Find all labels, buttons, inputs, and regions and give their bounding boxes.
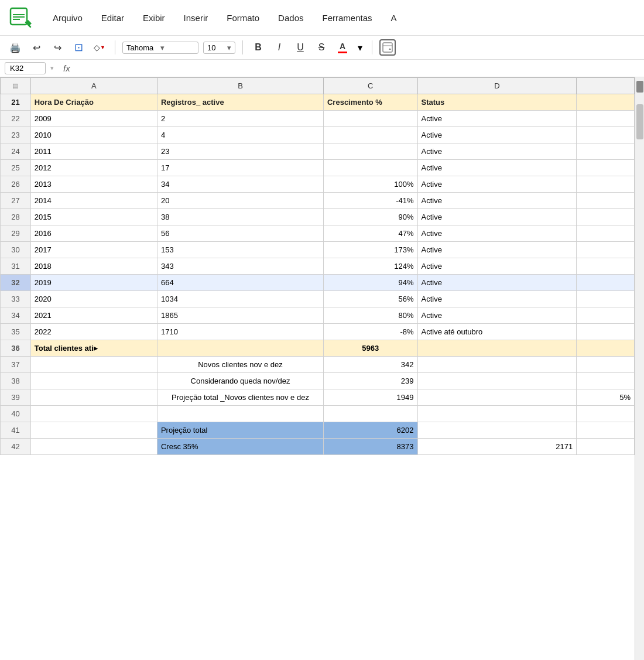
cell-b[interactable]: 2 bbox=[157, 111, 323, 127]
cell-a[interactable]: 2015 bbox=[30, 209, 157, 225]
cell-d[interactable]: Active bbox=[417, 258, 577, 275]
cell-d[interactable]: Active bbox=[417, 176, 577, 193]
cell-d[interactable] bbox=[417, 389, 577, 406]
cell-c[interactable]: 6202 bbox=[323, 422, 417, 439]
cell-a[interactable]: 2014 bbox=[30, 193, 157, 209]
col-header-e[interactable] bbox=[577, 78, 635, 94]
font-size-selector[interactable]: 10 ▾ bbox=[203, 42, 235, 54]
cell-d[interactable] bbox=[417, 373, 577, 389]
cell-a[interactable] bbox=[30, 422, 157, 439]
cell-e[interactable] bbox=[577, 94, 635, 111]
cell-e[interactable] bbox=[577, 373, 635, 389]
cell-b[interactable]: 664 bbox=[157, 275, 323, 291]
cell-e[interactable] bbox=[577, 291, 635, 307]
cell-a[interactable]: 2022 bbox=[30, 324, 157, 340]
cell-e[interactable] bbox=[577, 160, 635, 176]
cell-b[interactable]: 1034 bbox=[157, 291, 323, 307]
bold-button[interactable]: B bbox=[250, 39, 266, 56]
menu-editar[interactable]: Editar bbox=[98, 11, 128, 25]
cell-d[interactable]: Active bbox=[417, 111, 577, 127]
cell-c[interactable]: 342 bbox=[323, 357, 417, 373]
cell-e[interactable] bbox=[577, 439, 635, 455]
cell-e[interactable] bbox=[577, 258, 635, 275]
formula-input[interactable] bbox=[80, 64, 639, 73]
col-header-a[interactable]: A bbox=[30, 78, 157, 94]
cell-a[interactable]: 2020 bbox=[30, 291, 157, 307]
cell-e[interactable] bbox=[577, 357, 635, 373]
cell-e[interactable] bbox=[577, 242, 635, 258]
undo-button[interactable]: ↩ bbox=[28, 39, 44, 56]
cell-ref-dropdown[interactable]: ▾ bbox=[50, 64, 54, 72]
cell-a[interactable]: 2017 bbox=[30, 242, 157, 258]
menu-exibir[interactable]: Exibir bbox=[139, 11, 169, 25]
cell-c[interactable]: -8% bbox=[323, 324, 417, 340]
cell-d[interactable]: Active bbox=[417, 143, 577, 160]
cell-c[interactable]: 173% bbox=[323, 242, 417, 258]
cell-c[interactable] bbox=[323, 160, 417, 176]
cell-b[interactable]: 4 bbox=[157, 127, 323, 143]
cell-c[interactable]: 124% bbox=[323, 258, 417, 275]
cell-a[interactable]: 2010 bbox=[30, 127, 157, 143]
col-header-c[interactable]: C bbox=[323, 78, 417, 94]
font-color-button[interactable]: A bbox=[334, 39, 351, 56]
cell-b[interactable]: Registros_ active bbox=[157, 94, 323, 111]
menu-formato[interactable]: Formato bbox=[223, 11, 263, 25]
cell-b[interactable]: Considerando queda nov/dez bbox=[157, 373, 323, 389]
cell-e[interactable] bbox=[577, 340, 635, 357]
cell-c[interactable]: 8373 bbox=[323, 439, 417, 455]
cell-b[interactable]: 56 bbox=[157, 225, 323, 242]
cell-d[interactable]: Active bbox=[417, 193, 577, 209]
cell-a[interactable]: Hora De Criação bbox=[30, 94, 157, 111]
cell-b[interactable]: 343 bbox=[157, 258, 323, 275]
cell-c[interactable]: 100% bbox=[323, 176, 417, 193]
cell-e[interactable] bbox=[577, 307, 635, 324]
clear-format-button[interactable]: ◇▼ bbox=[91, 39, 108, 56]
cell-d[interactable] bbox=[417, 357, 577, 373]
cell-b[interactable]: 20 bbox=[157, 193, 323, 209]
cell-b[interactable] bbox=[157, 406, 323, 422]
cell-c[interactable]: 80% bbox=[323, 307, 417, 324]
italic-button[interactable]: I bbox=[271, 39, 287, 56]
cell-c[interactable]: 5963 bbox=[323, 340, 417, 357]
cell-b[interactable]: Projeção total _Novos clientes nov e dez bbox=[157, 389, 323, 406]
cell-e[interactable]: 5% bbox=[577, 389, 635, 406]
cell-d[interactable]: Active bbox=[417, 209, 577, 225]
cell-d[interactable]: Active bbox=[417, 242, 577, 258]
print-button[interactable]: 🖨️ bbox=[7, 39, 23, 56]
cell-a[interactable]: 2016 bbox=[30, 225, 157, 242]
cell-a[interactable]: 2012 bbox=[30, 160, 157, 176]
menu-ferramentas[interactable]: Ferramentas bbox=[318, 11, 375, 25]
cell-c[interactable]: 239 bbox=[323, 373, 417, 389]
cell-b[interactable]: 1865 bbox=[157, 307, 323, 324]
menu-inserir[interactable]: Inserir bbox=[180, 11, 212, 25]
cell-a[interactable]: 2013 bbox=[30, 176, 157, 193]
cell-b[interactable]: 17 bbox=[157, 160, 323, 176]
cell-b[interactable]: Projeção total bbox=[157, 422, 323, 439]
cell-b[interactable]: 34 bbox=[157, 176, 323, 193]
cell-d[interactable]: Active bbox=[417, 127, 577, 143]
cell-e[interactable] bbox=[577, 176, 635, 193]
cell-e[interactable] bbox=[577, 275, 635, 291]
cell-c[interactable]: 94% bbox=[323, 275, 417, 291]
cell-b[interactable]: Novos clientes nov e dez bbox=[157, 357, 323, 373]
cell-e[interactable] bbox=[577, 324, 635, 340]
col-header-d[interactable]: D bbox=[417, 78, 577, 94]
cell-e[interactable] bbox=[577, 209, 635, 225]
cell-a[interactable]: Total clientes ati▸ bbox=[30, 340, 157, 357]
cell-c[interactable]: -41% bbox=[323, 193, 417, 209]
right-scrollbar[interactable] bbox=[635, 77, 644, 660]
cell-e[interactable] bbox=[577, 406, 635, 422]
cell-c[interactable]: 47% bbox=[323, 225, 417, 242]
cell-reference[interactable]: K32 bbox=[5, 62, 46, 74]
cell-e[interactable] bbox=[577, 193, 635, 209]
cell-b[interactable]: 153 bbox=[157, 242, 323, 258]
cell-d[interactable]: 2171 bbox=[417, 439, 577, 455]
cell-c[interactable]: 1949 bbox=[323, 389, 417, 406]
cell-d[interactable] bbox=[417, 340, 577, 357]
cell-d[interactable]: Active bbox=[417, 225, 577, 242]
cell-a[interactable] bbox=[30, 357, 157, 373]
scroll-up-arrow[interactable] bbox=[636, 81, 643, 93]
cell-c[interactable] bbox=[323, 127, 417, 143]
cell-a[interactable]: 2011 bbox=[30, 143, 157, 160]
cell-c[interactable]: 56% bbox=[323, 291, 417, 307]
